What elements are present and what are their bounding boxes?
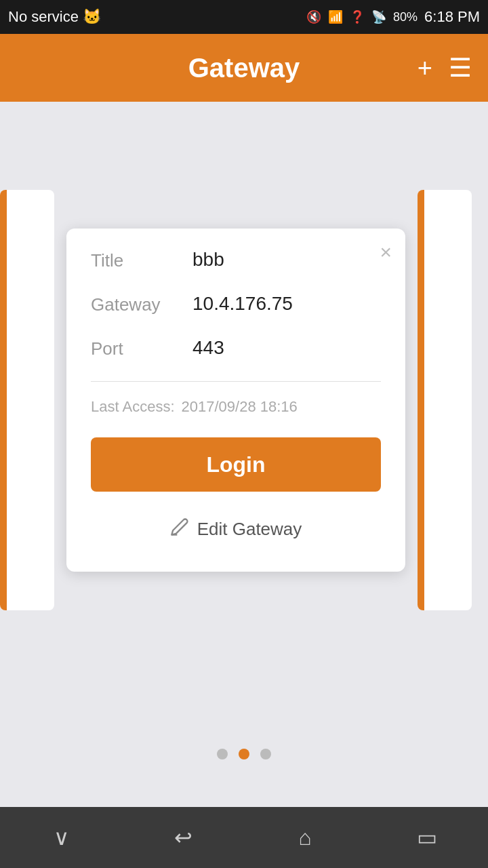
nav-recents-button[interactable]: ▭ (400, 817, 454, 858)
last-access-row: Last Access: 2017/09/28 18:16 (91, 398, 381, 416)
port-label: Port (91, 337, 192, 359)
port-value: 443 (192, 337, 224, 359)
card-left-accent (0, 190, 7, 610)
pencil-icon (170, 517, 189, 540)
card-right (418, 190, 472, 610)
title-label: Title (91, 249, 192, 271)
card-left (0, 190, 54, 610)
gateway-value: 10.4.176.75 (192, 293, 293, 315)
edit-gateway-row[interactable]: Edit Gateway (91, 511, 381, 547)
page-indicators (217, 749, 271, 760)
nav-bar: ∨ ↩ ⌂ ▭ (0, 807, 488, 868)
main-content: × Title bbb Gateway 10.4.176.75 Port 443… (0, 102, 488, 807)
card-right-accent (418, 190, 424, 610)
gateway-field: Gateway 10.4.176.75 (91, 293, 381, 315)
status-time: 6:18 PM (424, 8, 480, 26)
title-field: Title bbb (91, 249, 381, 271)
nav-home-button[interactable]: ⌂ (278, 817, 332, 858)
signal-icon: 📡 (371, 9, 386, 24)
title-value: bbb (192, 249, 224, 271)
page-dot-2[interactable] (239, 749, 249, 760)
gateway-dialog-card: × Title bbb Gateway 10.4.176.75 Port 443… (66, 229, 405, 572)
status-left: No service 🐱 (8, 8, 101, 26)
page-title: Gateway (188, 53, 300, 83)
mute-icon: 🔇 (306, 9, 321, 24)
card-divider (91, 381, 381, 382)
last-access-value: 2017/09/28 18:16 (182, 398, 298, 416)
last-access-label: Last Access: (91, 398, 175, 416)
status-emoji: 🐱 (83, 8, 101, 26)
wifi-icon: 📶 (328, 9, 343, 24)
status-right: 🔇 📶 ❓ 📡 80% 6:18 PM (306, 8, 480, 26)
header-actions: + ☰ (418, 55, 472, 81)
edit-gateway-label: Edit Gateway (197, 519, 302, 540)
page-dot-1[interactable] (217, 749, 228, 760)
login-button[interactable]: Login (91, 437, 381, 492)
nav-back-button[interactable]: ↩ (156, 817, 210, 858)
battery-text: 80% (393, 10, 418, 24)
menu-button[interactable]: ☰ (449, 55, 472, 81)
port-field: Port 443 (91, 337, 381, 359)
gateway-label: Gateway (91, 293, 192, 315)
page-dot-3[interactable] (260, 749, 271, 760)
nav-dropdown-icon[interactable]: ∨ (34, 817, 88, 858)
no-service-text: No service (8, 8, 79, 26)
status-bar: No service 🐱 🔇 📶 ❓ 📡 80% 6:18 PM (0, 0, 488, 34)
question-icon: ❓ (350, 9, 365, 24)
close-button[interactable]: × (380, 242, 392, 262)
cards-row: × Title bbb Gateway 10.4.176.75 Port 443… (0, 136, 488, 665)
add-button[interactable]: + (418, 55, 432, 81)
app-header: Gateway + ☰ (0, 34, 488, 102)
